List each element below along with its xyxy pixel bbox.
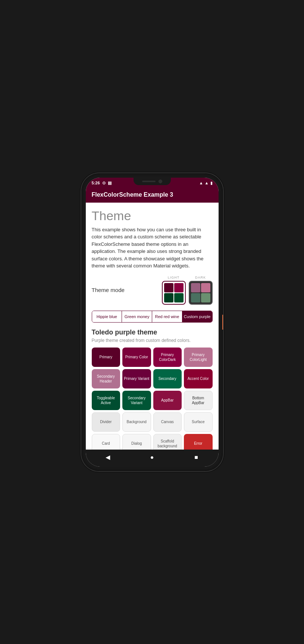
nav-bar: ◀ ● ■	[86, 450, 219, 467]
color-tile-19: Error	[184, 434, 213, 450]
app-bar: FlexColorScheme Example 3	[86, 187, 219, 203]
phone-screen: 5:26 ⊙ ▤ ▲ ▲ ▮ FlexColorScheme Example 3…	[86, 178, 219, 467]
notification-icon-1: ⊙	[102, 181, 106, 185]
light-label: LIGHT	[168, 276, 180, 279]
tab-0[interactable]: Hippie blue	[92, 311, 122, 322]
color-tile-1: Primary Color	[122, 348, 151, 367]
color-tile-3: Primary ColorLight	[184, 348, 213, 367]
color-tile-17: Dialog	[122, 434, 151, 450]
color-tile-13: Background	[122, 412, 151, 432]
color-tile-11: Bottom AppBar	[184, 391, 213, 410]
theme-tabs[interactable]: Hippie blueGreen moneyRed red wineCustom…	[92, 311, 213, 323]
recent-icon: ■	[194, 454, 198, 461]
color-tile-2: Primary ColorDark	[153, 348, 182, 367]
phone-top-notch	[134, 178, 171, 185]
swatch-cell-2	[174, 283, 184, 292]
camera-lens	[159, 180, 162, 183]
color-tile-9: Secondary Variant	[122, 391, 151, 410]
color-tile-14: Canvas	[153, 412, 182, 432]
app-title: FlexColorScheme Example 3	[92, 191, 173, 198]
theme-mode-row: Theme mode LIGHT DARK	[92, 276, 213, 305]
volume-button	[222, 315, 223, 330]
tab-3[interactable]: Custom purple	[182, 311, 212, 322]
notification-icon-2: ▤	[108, 181, 112, 185]
theme-mode-label: Theme mode	[92, 287, 125, 293]
signal-icon: ▲	[205, 181, 209, 185]
purple-theme-title: Toledo purple theme	[92, 329, 213, 336]
theme-section: Theme This example shows how you can use…	[86, 203, 219, 450]
status-right: ▲ ▲ ▮	[199, 181, 213, 185]
tab-1[interactable]: Green money	[122, 311, 152, 322]
dark-swatch-cell-1	[191, 283, 200, 292]
battery-icon: ▮	[210, 181, 213, 185]
color-tile-15: Surface	[184, 412, 213, 432]
color-tile-10: AppBar	[153, 391, 182, 410]
color-tile-4: Secondary Header	[92, 369, 120, 388]
back-button[interactable]: ◀	[104, 453, 112, 461]
theme-heading: Theme	[92, 209, 213, 223]
dark-swatch-cell-3	[191, 293, 200, 302]
dark-swatch-cell-2	[201, 283, 210, 292]
color-tile-12: Divider	[92, 412, 120, 432]
swatch-cell-4	[174, 293, 184, 302]
tab-2[interactable]: Red red wine	[152, 311, 182, 322]
recent-button[interactable]: ■	[192, 453, 200, 461]
dark-swatch-group[interactable]: DARK	[189, 276, 213, 305]
wifi-icon: ▲	[199, 181, 203, 185]
color-tile-18: Scaffold background	[153, 434, 182, 450]
color-tile-0: Primary	[92, 348, 120, 367]
home-button[interactable]: ●	[148, 453, 156, 461]
purple-theme-subtitle: Purple theme created from custom defined…	[92, 338, 213, 343]
home-icon: ●	[150, 454, 154, 461]
color-tile-6: Secondary	[153, 369, 182, 388]
status-left: 5:26 ⊙ ▤	[92, 181, 112, 185]
color-tile-8: Toggleable Active	[92, 391, 120, 410]
phone-frame: 5:26 ⊙ ▤ ▲ ▲ ▮ FlexColorScheme Example 3…	[81, 173, 223, 471]
theme-swatches[interactable]: LIGHT DARK	[162, 276, 213, 305]
swatch-cell-1	[164, 283, 173, 292]
dark-swatch-cell-4	[201, 293, 210, 302]
dark-swatch-box[interactable]	[189, 281, 213, 305]
speaker	[142, 181, 156, 182]
purple-theme-info: Toledo purple theme Purple theme created…	[92, 329, 213, 343]
light-swatch-group[interactable]: LIGHT	[162, 276, 186, 305]
color-tile-7: Accent Color	[184, 369, 213, 388]
scroll-content[interactable]: Theme This example shows how you can use…	[86, 203, 219, 450]
color-grid: PrimaryPrimary ColorPrimary ColorDarkPri…	[92, 348, 213, 450]
dark-label: DARK	[195, 276, 206, 279]
back-icon: ◀	[106, 454, 110, 461]
light-swatch-box[interactable]	[162, 281, 186, 305]
color-tile-16: Card	[92, 434, 120, 450]
theme-description: This example shows how you can use three…	[92, 226, 213, 270]
color-tile-5: Primary Variant	[122, 369, 151, 388]
clock: 5:26	[92, 181, 100, 185]
swatch-cell-3	[164, 293, 173, 302]
